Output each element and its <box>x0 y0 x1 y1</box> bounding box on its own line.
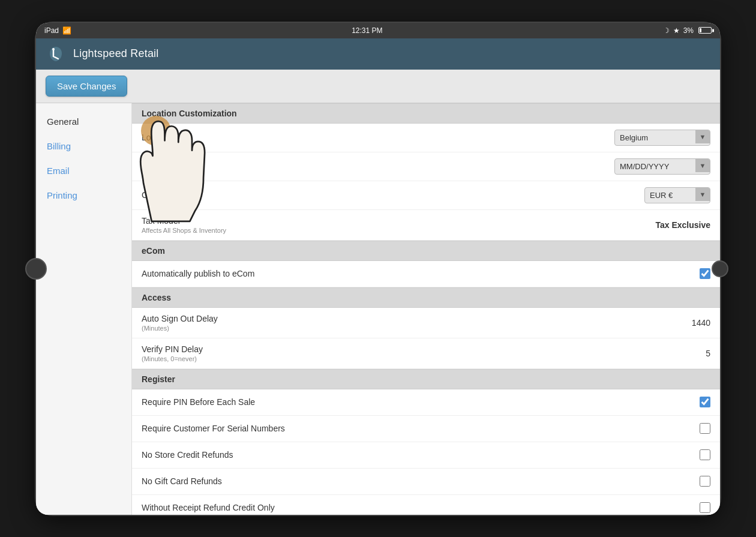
section-location-customization: Location Customization <box>132 103 720 124</box>
sublabel-verify-pin-delay: (Minutes, 0=never) <box>142 355 706 362</box>
section-access: Access <box>132 287 720 308</box>
checkbox-require-customer-serial[interactable] <box>700 423 710 434</box>
sublabel-tax-model: Affects All Shops & Inventory <box>142 227 655 234</box>
label-without-receipt-refund: Without Receipt Refund Credit Only <box>142 503 700 512</box>
value-date-format: MM/DD/YYYY DD/MM/YYYY YYYY-MM-DD ▼ <box>614 158 710 175</box>
save-button[interactable]: Save Changes <box>46 76 127 97</box>
row-location: Location Belgium Netherlands Germany Fra… <box>132 124 720 152</box>
checkbox-require-pin-sale[interactable] <box>700 397 710 407</box>
select-currency[interactable]: EUR € USD $ GBP £ <box>645 188 695 203</box>
label-require-customer-serial: Require Customer For Serial Numbers <box>142 424 700 433</box>
home-button[interactable] <box>25 258 47 280</box>
bluetooth-icon: ★ <box>673 26 680 35</box>
value-location: Belgium Netherlands Germany France ▼ <box>614 130 710 146</box>
label-auto-publish-ecom: Automatically publish to eCom <box>142 269 700 278</box>
checkbox-no-gift-card-refunds[interactable] <box>700 476 710 487</box>
sidebar-item-general[interactable]: General <box>36 109 131 134</box>
value-auto-publish-ecom <box>700 268 710 279</box>
row-verify-pin-delay: Verify PIN Delay (Minutes, 0=never) 5 <box>132 338 720 369</box>
value-verify-pin-delay: 5 <box>706 349 710 358</box>
select-date-format-arrow: ▼ <box>695 159 710 172</box>
sidebar-item-email[interactable]: Email <box>36 158 131 183</box>
label-location: Location <box>142 133 614 142</box>
checkbox-without-receipt-refund[interactable] <box>700 502 710 513</box>
tax-exclusive-text: Tax Exclusive <box>655 220 710 230</box>
toolbar: Save Changes <box>36 70 720 103</box>
svg-point-0 <box>52 48 55 50</box>
select-location-wrapper[interactable]: Belgium Netherlands Germany France ▼ <box>614 130 710 146</box>
row-no-gift-card-refunds: No Gift Card Refunds <box>132 469 720 495</box>
main-content: General Billing Email Printing Location … <box>36 103 720 515</box>
sublabel-auto-signout-delay: (Minutes) <box>142 325 692 332</box>
row-without-receipt-refund: Without Receipt Refund Credit Only <box>132 495 720 515</box>
side-button <box>712 260 728 277</box>
app-title: Lightspeed Retail <box>73 47 159 60</box>
sidebar: General Billing Email Printing <box>36 103 132 515</box>
label-require-pin-sale: Require PIN Before Each Sale <box>142 397 700 407</box>
row-auto-publish-ecom: Automatically publish to eCom <box>132 261 720 287</box>
label-date-format: Date Format <box>142 161 614 171</box>
value-no-store-credit-refunds <box>700 449 710 460</box>
settings-panel: Location Customization Location Belgium … <box>132 103 720 515</box>
app-header: Lightspeed Retail <box>36 38 720 70</box>
row-currency: Currency EUR € USD $ GBP £ ▼ <box>132 181 720 210</box>
app-logo <box>46 44 66 64</box>
select-date-format-wrapper[interactable]: MM/DD/YYYY DD/MM/YYYY YYYY-MM-DD ▼ <box>614 158 710 175</box>
checkbox-no-store-credit-refunds[interactable] <box>700 449 710 460</box>
status-bar: iPad 📶 12:31 PM ☽ ★ 3% <box>36 23 720 38</box>
select-currency-wrapper[interactable]: EUR € USD $ GBP £ ▼ <box>644 187 710 203</box>
tap-indicator <box>141 116 171 146</box>
value-require-customer-serial <box>700 423 710 434</box>
select-currency-arrow: ▼ <box>695 188 710 201</box>
status-time: 12:31 PM <box>352 26 382 35</box>
select-date-format[interactable]: MM/DD/YYYY DD/MM/YYYY YYYY-MM-DD <box>615 159 695 174</box>
label-verify-pin-delay: Verify PIN Delay (Minutes, 0=never) <box>142 344 706 362</box>
sidebar-item-printing[interactable]: Printing <box>36 183 131 208</box>
value-no-gift-card-refunds <box>700 476 710 487</box>
select-location-arrow: ▼ <box>695 130 710 143</box>
label-tax-model: Tax Model Affects All Shops & Inventory <box>142 216 655 234</box>
status-left: iPad 📶 <box>44 26 71 35</box>
text-auto-signout-delay: 1440 <box>692 318 710 328</box>
value-tax-model: Tax Exclusive <box>655 220 710 230</box>
value-currency: EUR € USD $ GBP £ ▼ <box>644 187 710 203</box>
row-require-pin-sale: Require PIN Before Each Sale <box>132 389 720 416</box>
value-require-pin-sale <box>700 397 710 407</box>
label-auto-signout-delay: Auto Sign Out Delay (Minutes) <box>142 314 692 332</box>
device-name: iPad <box>44 26 59 35</box>
status-right: ☽ ★ 3% <box>663 26 712 35</box>
label-no-store-credit-refunds: No Store Credit Refunds <box>142 450 700 460</box>
device-inner: iPad 📶 12:31 PM ☽ ★ 3% L <box>36 23 720 515</box>
moon-icon: ☽ <box>663 26 670 35</box>
row-require-customer-serial: Require Customer For Serial Numbers <box>132 416 720 442</box>
row-tax-model: Tax Model Affects All Shops & Inventory … <box>132 210 720 241</box>
battery-icon <box>698 27 712 34</box>
sidebar-item-billing[interactable]: Billing <box>36 134 131 158</box>
wifi-icon: 📶 <box>62 26 71 35</box>
value-without-receipt-refund <box>700 502 710 513</box>
section-ecom: eCom <box>132 241 720 261</box>
checkbox-auto-publish-ecom[interactable] <box>700 268 710 279</box>
section-register: Register <box>132 369 720 389</box>
row-auto-signout-delay: Auto Sign Out Delay (Minutes) 1440 <box>132 308 720 338</box>
label-currency: Currency <box>142 190 644 200</box>
battery-percent: 3% <box>683 26 694 35</box>
row-date-format: Date Format MM/DD/YYYY DD/MM/YYYY YYYY-M… <box>132 152 720 181</box>
select-location[interactable]: Belgium Netherlands Germany France <box>615 130 695 145</box>
value-auto-signout-delay: 1440 <box>692 318 710 328</box>
device-frame: iPad 📶 12:31 PM ☽ ★ 3% L <box>36 23 720 515</box>
label-no-gift-card-refunds: No Gift Card Refunds <box>142 476 700 486</box>
battery-fill <box>700 28 701 32</box>
text-verify-pin-delay: 5 <box>706 349 710 358</box>
row-no-store-credit-refunds: No Store Credit Refunds <box>132 442 720 469</box>
